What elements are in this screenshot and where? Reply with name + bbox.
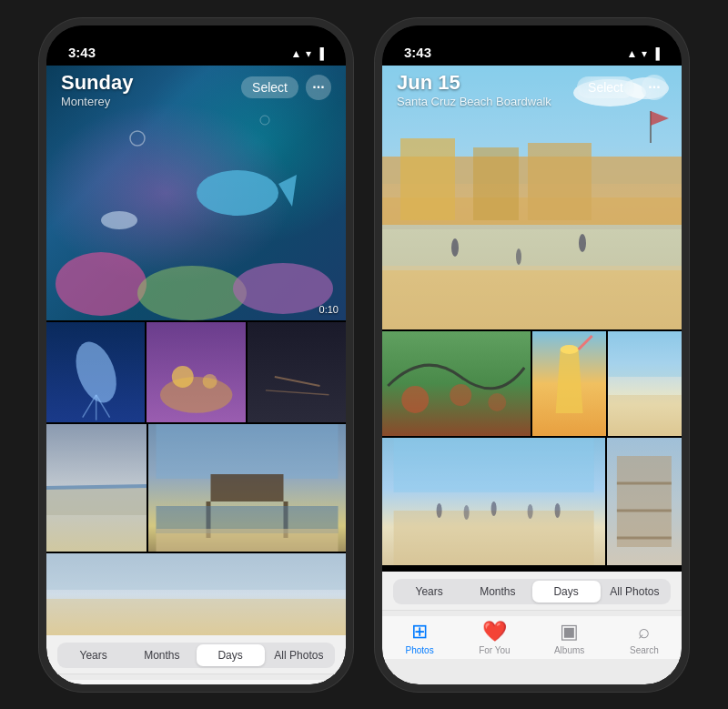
svg-marker-4	[278, 175, 297, 207]
photo-header-left: Sunday Monterey Select ···	[46, 66, 346, 112]
svg-rect-34	[382, 225, 682, 270]
svg-line-16	[266, 390, 329, 394]
header-location-right: Santa Cruz Beach Boardwalk	[397, 95, 551, 108]
search-icon-left: ⌕	[302, 684, 314, 684]
signal-icon-right: ▲	[627, 47, 638, 60]
segment-all-photos-left[interactable]: All Photos	[265, 644, 333, 666]
svg-point-50	[437, 503, 442, 518]
svg-point-1	[137, 266, 247, 320]
segment-days-left[interactable]: Days	[197, 644, 265, 666]
tab-bar-right: ⊞ Photos ❤️ For You ▣ Albums ⌕ Search	[382, 610, 682, 684]
grid-photo-sandy-wide[interactable]	[46, 553, 346, 635]
albums-icon-left: ▣	[224, 684, 243, 684]
video-duration-left: 0:10	[319, 304, 339, 315]
grid-photo-purple-coral[interactable]	[147, 322, 245, 422]
segment-days-right[interactable]: Days	[532, 581, 601, 603]
battery-icon-left: ▐	[316, 47, 324, 60]
svg-rect-32	[473, 147, 519, 220]
svg-rect-33	[528, 143, 592, 220]
header-title-right: Jun 15 Santa Cruz Beach Boardwalk	[397, 71, 551, 108]
svg-rect-55	[617, 456, 672, 547]
signal-icon-left: ▲	[291, 47, 302, 60]
header-buttons-right: Select ···	[577, 75, 667, 100]
svg-rect-26	[46, 599, 346, 635]
svg-rect-24	[157, 529, 339, 552]
for-you-icon-left: ❤️	[147, 684, 171, 684]
select-button-left[interactable]: Select	[241, 76, 298, 98]
tab-for-you-label-right: For You	[479, 645, 510, 655]
grid-photo-beach-crowded[interactable]	[382, 438, 605, 565]
photo-grid-left: 0:10	[46, 66, 346, 635]
tab-for-you-left[interactable]: ❤️ For You	[131, 684, 186, 684]
grid-row-2-left	[46, 424, 346, 552]
svg-point-2	[233, 263, 333, 314]
svg-line-9	[83, 394, 96, 417]
svg-point-41	[401, 386, 429, 413]
svg-rect-35	[382, 266, 682, 329]
grid-photo-beach-side[interactable]	[608, 331, 682, 436]
grid-row-1-right	[382, 331, 682, 436]
grid-photo-drink[interactable]	[532, 331, 606, 436]
svg-point-51	[464, 505, 470, 520]
grid-photo-amusement[interactable]	[382, 331, 531, 436]
svg-rect-46	[608, 331, 681, 377]
svg-point-42	[450, 384, 471, 406]
status-time-left: 3:43	[68, 45, 96, 60]
svg-rect-31	[400, 138, 455, 220]
tab-photos-left[interactable]: ⊞ Photos	[56, 684, 111, 684]
svg-line-18	[46, 486, 147, 488]
for-you-icon-right: ❤️	[482, 620, 507, 643]
svg-point-53	[528, 504, 533, 519]
grid-photo-squid[interactable]	[46, 322, 145, 422]
select-button-right[interactable]: Select	[577, 76, 634, 98]
tab-bar-nav-left: ⊞ Photos ❤️ For You ▣ Albums ⌕ Search	[46, 680, 346, 684]
grid-photo-pier[interactable]	[148, 424, 346, 552]
header-location-left: Monterey	[61, 95, 133, 108]
tab-search-label-right: Search	[630, 645, 659, 655]
status-icons-right: ▲ ▾ ▐	[627, 47, 660, 60]
segment-all-photos-right[interactable]: All Photos	[601, 581, 669, 603]
svg-point-6	[130, 131, 145, 146]
tab-albums-right[interactable]: ▣ Albums	[542, 620, 597, 655]
tab-search-right[interactable]: ⌕ Search	[617, 620, 672, 655]
tab-albums-left[interactable]: ▣ Albums	[207, 684, 261, 684]
svg-rect-17	[46, 488, 147, 515]
header-day-left: Sunday	[61, 71, 133, 95]
svg-point-37	[516, 248, 521, 265]
more-button-left[interactable]: ···	[306, 75, 331, 100]
svg-point-54	[555, 503, 561, 518]
header-buttons-left: Select ···	[241, 75, 331, 100]
svg-point-38	[579, 234, 586, 252]
svg-point-13	[172, 366, 194, 388]
segment-area-right: Years Months Days All Photos	[382, 572, 682, 610]
search-icon-right: ⌕	[638, 620, 650, 643]
svg-point-7	[260, 116, 269, 125]
tab-photos-right[interactable]: ⊞ Photos	[392, 620, 447, 655]
tab-albums-label-right: Albums	[554, 645, 584, 655]
svg-rect-19	[157, 424, 339, 479]
segment-control-right: Years Months Days All Photos	[393, 579, 671, 604]
segment-years-right[interactable]: Years	[395, 581, 463, 603]
grid-photo-dark-water[interactable]	[248, 322, 346, 422]
photos-icon-left: ⊞	[76, 684, 92, 684]
header-date-right: Jun 15	[397, 71, 551, 95]
svg-rect-20	[211, 474, 284, 501]
grid-photo-gray-beach[interactable]	[46, 424, 147, 552]
segment-control-left: Years Months Days All Photos	[57, 643, 335, 668]
segment-area-left: Years Months Days All Photos	[46, 635, 346, 674]
more-button-right[interactable]: ···	[642, 75, 667, 100]
svg-rect-48	[394, 438, 594, 492]
tab-photos-label-right: Photos	[406, 645, 434, 655]
svg-point-36	[451, 238, 459, 257]
segment-years-left[interactable]: Years	[59, 644, 127, 666]
svg-point-5	[101, 211, 137, 229]
segment-months-right[interactable]: Months	[463, 581, 531, 603]
tab-for-you-right[interactable]: ❤️ For You	[467, 620, 521, 655]
tab-search-left[interactable]: ⌕ Search	[281, 684, 336, 684]
albums-icon-right: ▣	[560, 620, 579, 643]
svg-point-52	[491, 501, 497, 516]
segment-months-left[interactable]: Months	[127, 644, 196, 666]
svg-point-14	[203, 373, 217, 388]
grid-photo-structure[interactable]	[607, 438, 682, 565]
grid-row-2-right	[382, 438, 682, 565]
